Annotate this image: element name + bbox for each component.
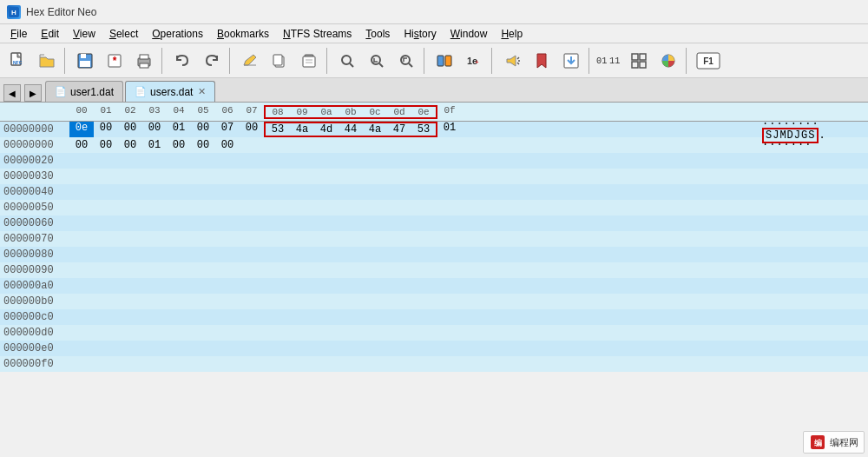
print-button[interactable] (130, 47, 158, 75)
svg-text:NFC: NFC (13, 60, 23, 65)
compare-button[interactable] (431, 47, 458, 75)
file-icon-users: 📄 (135, 86, 147, 97)
col-header-03: 03 (142, 105, 167, 119)
byte-0-1[interactable]: 00 (94, 122, 118, 137)
menu-ntfs[interactable]: NTFS Streams (276, 26, 358, 42)
menu-bookmarks[interactable]: Bookmarks (210, 26, 276, 42)
svg-rect-14 (273, 55, 282, 65)
row-addr-40: 00000040 (0, 186, 69, 198)
byte-0b-7[interactable] (240, 139, 264, 151)
col-header-0f: 0f (437, 105, 462, 119)
open-file-button[interactable] (33, 47, 61, 75)
new-file-button[interactable]: NFC (3, 47, 31, 75)
col-header-05: 05 (191, 105, 215, 119)
menu-operations[interactable]: Operations (145, 26, 210, 42)
svg-point-19 (342, 56, 351, 64)
byte-0b-10[interactable] (312, 139, 337, 151)
binary-button[interactable]: 0111 (595, 47, 623, 75)
row-addr-a0: 000000a0 (0, 280, 69, 292)
hex-row-80: 00000080 (0, 247, 868, 262)
copy-button[interactable] (266, 47, 293, 75)
toolbar: NFC * 1e+ (0, 43, 868, 78)
svg-line-32 (517, 63, 519, 64)
menu-tools[interactable]: Tools (358, 26, 397, 42)
byte-0b-8[interactable] (264, 139, 288, 151)
byte-0b-9[interactable] (288, 139, 312, 151)
byte-0b-2[interactable]: 00 (118, 139, 142, 151)
menu-help[interactable]: Help (494, 26, 529, 42)
menu-select[interactable]: Select (102, 26, 145, 42)
tab-label-user1: user1.dat (70, 86, 114, 98)
search-button[interactable] (333, 47, 361, 75)
toolbar-separator-2 (161, 48, 165, 74)
byte-0-7[interactable]: 00 (240, 122, 264, 137)
col-header-0e: 0e (411, 107, 436, 117)
byte-0b-5[interactable]: 00 (191, 139, 215, 151)
edit-button[interactable] (236, 47, 264, 75)
byte-0b-14[interactable] (410, 139, 434, 151)
tab-user1dat[interactable]: 📄 user1.dat (45, 81, 123, 102)
svg-rect-38 (632, 54, 638, 60)
row-bytes-0: 0e 00 00 00 01 00 07 00 53 4a 4d 44 4a 4… (69, 122, 755, 137)
column-header: 00 01 02 03 04 05 06 07 08 09 0a 0b 0c 0… (0, 103, 868, 122)
byte-0-11[interactable]: 44 (339, 123, 363, 136)
byte-0b-0[interactable]: 00 (69, 139, 94, 151)
byte-0-6[interactable]: 07 (215, 122, 240, 137)
row-ascii-0b: ······· (755, 139, 868, 151)
byte-0-10[interactable]: 4d (314, 123, 339, 136)
search-prev-button[interactable] (363, 47, 391, 75)
f1-button[interactable]: F1 (693, 47, 724, 75)
hex-row-0: 00000000 0e 00 00 00 01 00 07 00 53 4a 4… (0, 122, 868, 137)
save-button[interactable] (71, 47, 99, 75)
byte-0-12[interactable]: 4a (363, 123, 387, 136)
megaphone-button[interactable] (498, 47, 526, 75)
tab-nav-right[interactable]: ▶ (24, 84, 42, 102)
svg-rect-40 (632, 62, 638, 68)
byte-0b-3[interactable]: 01 (142, 139, 167, 151)
byte-0-5[interactable]: 00 (191, 122, 215, 137)
svg-rect-6 (80, 61, 90, 67)
byte-0-0[interactable]: 0e (69, 122, 94, 137)
tab-bar: ◀ ▶ 📄 user1.dat 📄 users.dat ✕ (0, 78, 868, 103)
byte-0-3[interactable]: 00 (142, 122, 167, 137)
menu-view[interactable]: View (66, 26, 102, 42)
byte-0b-4[interactable]: 00 (167, 139, 191, 151)
tab-nav-left[interactable]: ◀ (3, 84, 21, 102)
grid-button[interactable] (625, 47, 653, 75)
tab-close-users[interactable]: ✕ (198, 86, 206, 97)
col-header-07: 07 (240, 105, 264, 119)
byte-0-14[interactable]: 53 (411, 123, 436, 136)
bookmark-button[interactable] (528, 47, 556, 75)
hex-rows: 00000000 0e 00 00 00 01 00 07 00 53 4a 4… (0, 122, 868, 457)
svg-text:F1: F1 (703, 56, 713, 66)
byte-0b-13[interactable] (385, 139, 410, 151)
byte-0-13[interactable]: 47 (387, 123, 411, 136)
byte-0-9[interactable]: 4a (290, 123, 314, 136)
paste-button[interactable] (295, 47, 323, 75)
toolbar-separator-1 (64, 48, 68, 74)
byte-0-8[interactable]: 53 (266, 123, 290, 136)
col-header-02: 02 (118, 105, 142, 119)
menu-file[interactable]: File (3, 26, 34, 42)
menu-history[interactable]: History (397, 26, 443, 42)
byte-0-15[interactable]: 01 (437, 122, 462, 137)
counter-button[interactable]: 1e+ (460, 47, 488, 75)
byte-0b-11[interactable] (337, 139, 361, 151)
svg-text:+: + (475, 58, 479, 66)
search-next-button[interactable] (392, 47, 420, 75)
byte-0b-1[interactable]: 00 (94, 139, 118, 151)
row-addr-e0: 000000e0 (0, 342, 69, 354)
export-button[interactable] (557, 47, 585, 75)
byte-0b-12[interactable] (361, 139, 385, 151)
asterisk-button[interactable]: * (101, 47, 128, 75)
byte-0b-15[interactable] (434, 139, 458, 151)
redo-button[interactable] (198, 47, 226, 75)
menu-edit[interactable]: Edit (34, 26, 66, 42)
color-button[interactable] (654, 47, 682, 75)
byte-0-2[interactable]: 00 (118, 122, 142, 137)
byte-0-4[interactable]: 01 (167, 122, 191, 137)
undo-button[interactable] (168, 47, 196, 75)
menu-window[interactable]: Window (444, 26, 495, 42)
byte-0b-6[interactable]: 00 (215, 139, 240, 151)
tab-usersdat[interactable]: 📄 users.dat ✕ (125, 81, 215, 102)
